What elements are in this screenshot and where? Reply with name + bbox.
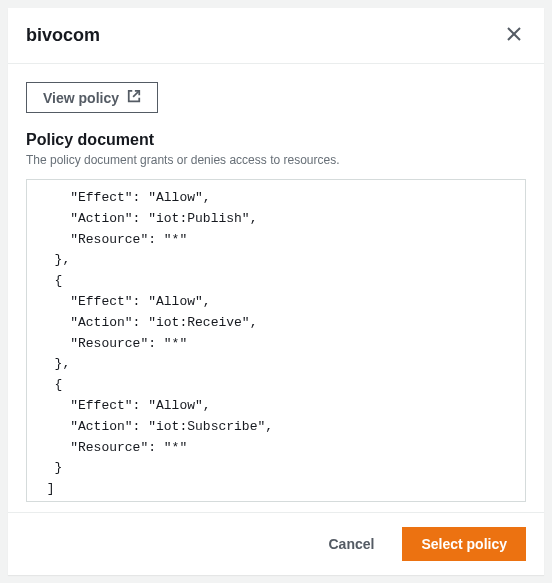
modal-body: View policy Policy document The policy d… <box>8 64 544 512</box>
section-title: Policy document <box>26 131 526 149</box>
section-description: The policy document grants or denies acc… <box>26 153 526 167</box>
external-link-icon <box>127 89 141 106</box>
modal-title: bivocom <box>26 25 100 46</box>
view-policy-button[interactable]: View policy <box>26 82 158 113</box>
select-policy-button[interactable]: Select policy <box>402 527 526 561</box>
cancel-button[interactable]: Cancel <box>310 528 392 560</box>
modal-footer: Cancel Select policy <box>8 512 544 575</box>
close-button[interactable] <box>502 22 526 49</box>
view-policy-label: View policy <box>43 90 119 106</box>
modal-header: bivocom <box>8 8 544 64</box>
policy-modal: bivocom View policy Policy document The … <box>8 8 544 575</box>
close-icon <box>506 26 522 45</box>
policy-document-code[interactable]: "Effect": "Allow", "Action": "iot:Publis… <box>27 180 525 501</box>
policy-document-container: "Effect": "Allow", "Action": "iot:Publis… <box>26 179 526 502</box>
